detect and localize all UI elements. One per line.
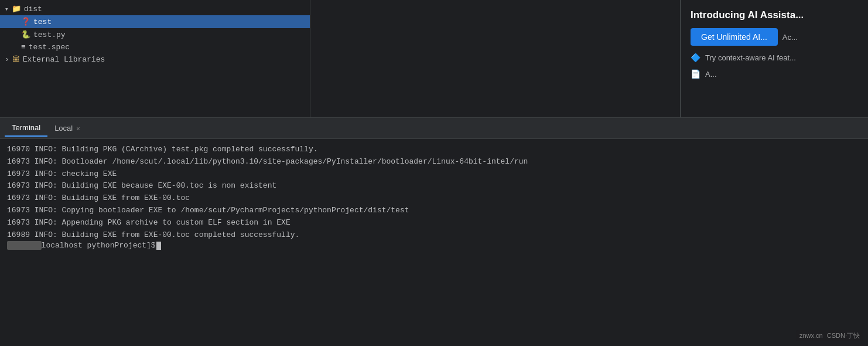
ai-feature-icon-2: 📄 bbox=[691, 69, 700, 79]
ai-feature-row-2: 📄 A... bbox=[691, 69, 859, 79]
watermark: znwx.cn CSDN·丁快 bbox=[796, 330, 863, 341]
watermark-text: znwx.cn bbox=[799, 332, 823, 339]
prompt-blur: scut@lo bbox=[7, 241, 42, 250]
terminal-panel: Terminal Local × 16970 INFO: Building PK… bbox=[0, 117, 868, 346]
ai-secondary-btn[interactable]: Ac... bbox=[782, 33, 798, 42]
tab-terminal-label: Terminal bbox=[12, 123, 40, 132]
get-unlimited-ai-button[interactable]: Get Unlimited AI... bbox=[691, 28, 778, 46]
prompt-suffix: localhost pythonProject]$ bbox=[42, 241, 156, 250]
tab-local[interactable]: Local × bbox=[47, 120, 87, 136]
library-icon: 🏛 bbox=[12, 55, 20, 64]
ai-panel-title: Introducing AI Assista... bbox=[691, 9, 859, 21]
sidebar-item-testspec[interactable]: ≡ test.spec bbox=[0, 41, 310, 53]
terminal-line: 16973 INFO: Appending PKG archive to cus… bbox=[7, 217, 861, 229]
close-tab-icon[interactable]: × bbox=[76, 125, 80, 132]
spec-file-icon: ≡ bbox=[21, 43, 26, 52]
terminal-line: 16973 INFO: Bootloader /home/scut/.local… bbox=[7, 156, 861, 168]
terminal-line: 16973 INFO: Building EXE from EXE-00.toc bbox=[7, 192, 861, 205]
tab-local-label: Local bbox=[54, 124, 73, 133]
ai-feature-text-1: Try context-aware AI feat... bbox=[705, 53, 796, 62]
ai-feature-icon-1: 🔷 bbox=[691, 53, 700, 62]
watermark-subtext: CSDN·丁快 bbox=[827, 332, 860, 339]
chevron-right-icon: › bbox=[5, 55, 9, 64]
dist-label: dist bbox=[24, 5, 42, 13]
sidebar-item-test[interactable]: ❓ test bbox=[0, 15, 310, 28]
terminal-line: 16973 INFO: Copying bootloader EXE to /h… bbox=[7, 205, 861, 217]
ai-feature-row-1: 🔷 Try context-aware AI feat... bbox=[691, 53, 859, 62]
exec-file-icon: ❓ bbox=[21, 17, 30, 26]
sidebar-item-testpy[interactable]: 🐍 test.py bbox=[0, 28, 310, 41]
tab-terminal[interactable]: Terminal bbox=[5, 120, 47, 137]
terminal-line: 16989 INFO: Building EXE from EXE-00.toc… bbox=[7, 229, 861, 242]
terminal-line: 16973 INFO: Building EXE because EXE-00.… bbox=[7, 180, 861, 192]
terminal-line: 16970 INFO: Building PKG (CArchive) test… bbox=[7, 144, 861, 156]
cursor-block bbox=[156, 242, 161, 250]
folder-icon: 📁 bbox=[12, 4, 21, 13]
ai-feature-text-2: A... bbox=[705, 70, 717, 79]
file-tree: ▾ 📁 dist ❓ test 🐍 test.py ≡ test.spec › … bbox=[0, 0, 310, 117]
external-libraries-row[interactable]: › 🏛 External Libraries bbox=[0, 53, 310, 66]
terminal-tab-bar: Terminal Local × bbox=[0, 118, 868, 139]
python-file-icon: 🐍 bbox=[21, 30, 30, 39]
terminal-prompt-line: scut@lo localhost pythonProject]$ bbox=[7, 241, 861, 250]
ai-assistant-panel: Introducing AI Assista... Get Unlimited … bbox=[681, 0, 868, 117]
editor-panel bbox=[310, 0, 681, 117]
chevron-down-icon: ▾ bbox=[5, 5, 9, 13]
terminal-content[interactable]: 16970 INFO: Building PKG (CArchive) test… bbox=[0, 139, 868, 346]
test-label: test bbox=[33, 18, 52, 26]
dist-folder-row[interactable]: ▾ 📁 dist bbox=[0, 2, 310, 15]
external-libs-label: External Libraries bbox=[23, 55, 105, 64]
terminal-line: 16973 INFO: checking EXE bbox=[7, 168, 861, 181]
testspec-label: test.spec bbox=[29, 43, 70, 52]
testpy-label: test.py bbox=[33, 30, 66, 39]
